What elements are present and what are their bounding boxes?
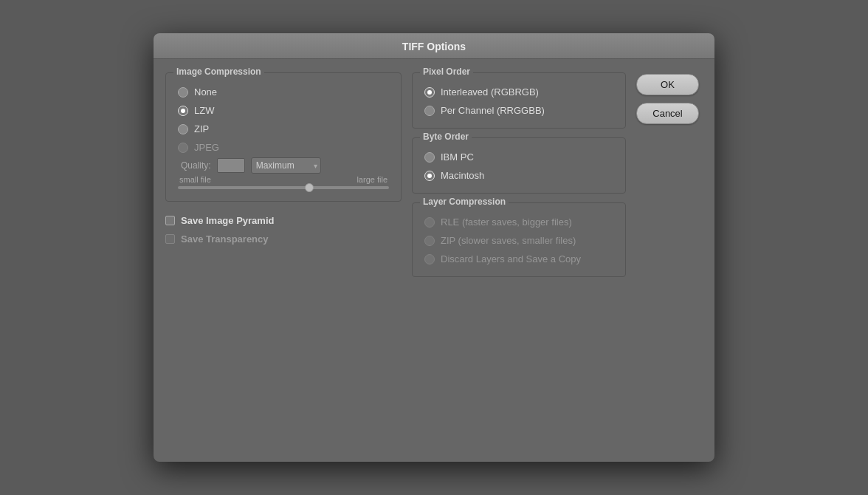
byte-order-label: Byte Order (420, 132, 472, 142)
quality-slider-track[interactable] (178, 186, 389, 189)
layer-discard-item: Discard Layers and Save a Copy (424, 253, 613, 264)
compression-zip-label: ZIP (194, 123, 209, 134)
compression-none-radio[interactable] (178, 87, 188, 98)
quality-row: Quality: Maximum High Medium Low Minimum (178, 157, 389, 174)
quality-select[interactable]: Maximum High Medium Low Minimum (251, 157, 321, 174)
right-column: Pixel Order Interleaved (RGBRGB) Per Cha… (412, 72, 626, 277)
compression-lzw-dot (181, 109, 185, 113)
byte-macintosh-radio[interactable] (424, 171, 435, 181)
save-transparency-label: Save Transparency (181, 233, 269, 245)
quality-label: Quality: (181, 160, 211, 171)
compression-jpeg-radio (178, 143, 188, 153)
file-size-row: small file large file (178, 175, 389, 184)
image-compression-label: Image Compression (173, 66, 264, 77)
quality-select-wrap: Maximum High Medium Low Minimum (251, 157, 321, 174)
pixel-interleaved-item[interactable]: Interleaved (RGBRGB) (424, 86, 613, 98)
left-column: Image Compression None LZW (165, 72, 402, 277)
pixel-order-label: Pixel Order (420, 66, 473, 77)
layer-compression-label: Layer Compression (420, 197, 509, 207)
layer-zip-item: ZIP (slower saves, smaller files) (424, 235, 613, 246)
pixel-order-radio-group: Interleaved (RGBRGB) Per Channel (RRGGBB… (424, 86, 613, 116)
pixel-perchannel-item[interactable]: Per Channel (RRGGBB) (424, 105, 613, 116)
layer-zip-radio (424, 236, 435, 246)
pixel-interleaved-dot (427, 90, 432, 95)
save-image-pyramid-item[interactable]: Save Image Pyramid (165, 215, 402, 226)
byte-ibmpc-label: IBM PC (441, 151, 474, 163)
bottom-checkboxes: Save Image Pyramid Save Transparency (165, 215, 402, 245)
layer-discard-radio (424, 254, 435, 264)
compression-none-label: None (194, 86, 217, 98)
dialog-titlebar: TIFF Options (154, 33, 714, 59)
pixel-perchannel-radio[interactable] (424, 106, 435, 116)
byte-ibmpc-radio[interactable] (424, 152, 435, 163)
pixel-interleaved-label: Interleaved (RGBRGB) (441, 86, 539, 98)
dialog-title: TIFF Options (402, 41, 466, 52)
byte-order-radio-group: IBM PC Macintosh (424, 151, 613, 181)
pixel-perchannel-label: Per Channel (RRGGBB) (441, 105, 545, 116)
compression-radio-group: None LZW ZIP (178, 86, 389, 153)
image-compression-section: Image Compression None LZW (165, 72, 402, 202)
byte-macintosh-label: Macintosh (441, 170, 484, 181)
cancel-button[interactable]: Cancel (636, 103, 699, 124)
compression-lzw-item[interactable]: LZW (178, 105, 389, 116)
compression-jpeg-label: JPEG (194, 142, 219, 153)
dialog-body: Image Compression None LZW (154, 59, 714, 290)
save-transparency-checkbox (165, 234, 175, 244)
quality-slider-thumb[interactable] (305, 183, 314, 192)
compression-jpeg-item: JPEG (178, 142, 389, 153)
compression-zip-radio[interactable] (178, 124, 188, 134)
layer-compression-radio-group: RLE (faster saves, bigger files) ZIP (sl… (424, 216, 613, 264)
layer-discard-label: Discard Layers and Save a Copy (441, 253, 581, 264)
compression-lzw-label: LZW (194, 105, 214, 116)
byte-order-section: Byte Order IBM PC Macintosh (412, 137, 626, 194)
small-file-label: small file (179, 175, 211, 184)
button-column: OK Cancel (636, 72, 703, 277)
save-transparency-item: Save Transparency (165, 233, 402, 245)
layer-zip-label: ZIP (slower saves, smaller files) (441, 235, 576, 246)
compression-zip-item[interactable]: ZIP (178, 123, 389, 134)
byte-macintosh-item[interactable]: Macintosh (424, 170, 613, 181)
pixel-order-section: Pixel Order Interleaved (RGBRGB) Per Cha… (412, 72, 626, 129)
layer-compression-section: Layer Compression RLE (faster saves, big… (412, 202, 626, 277)
save-image-pyramid-label: Save Image Pyramid (181, 215, 274, 226)
tiff-options-dialog: TIFF Options Image Compression None (154, 33, 714, 462)
compression-none-item[interactable]: None (178, 86, 389, 98)
layer-rle-radio (424, 217, 435, 228)
compression-lzw-radio[interactable] (178, 106, 188, 116)
pixel-interleaved-radio[interactable] (424, 87, 435, 98)
quality-input-box[interactable] (217, 158, 245, 173)
layer-rle-label: RLE (faster saves, bigger files) (441, 216, 572, 228)
large-file-label: large file (356, 175, 388, 184)
layer-rle-item: RLE (faster saves, bigger files) (424, 216, 613, 228)
byte-ibmpc-item[interactable]: IBM PC (424, 151, 613, 163)
ok-button[interactable]: OK (636, 74, 699, 95)
save-image-pyramid-checkbox[interactable] (165, 216, 175, 225)
byte-macintosh-dot (427, 174, 432, 178)
